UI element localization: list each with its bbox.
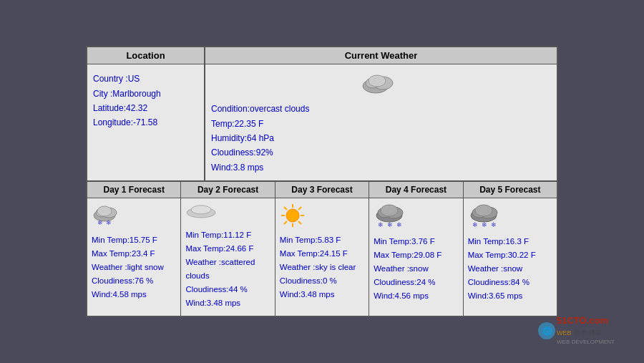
forecast-day-4: Day 4 Forecast ❄ ❄ ❄ (369, 182, 463, 316)
day2-cloud: Cloudiness:44 % (185, 283, 270, 296)
latitude-label: Latitude:42.32 (93, 101, 198, 115)
weather-widget: Location Country :US City :Marlborough L… (86, 46, 558, 317)
svg-text:WEB DEVELOPMENT: WEB DEVELOPMENT (557, 339, 615, 345)
day2-max: Max Temp:24.66 F (185, 242, 270, 256)
day3-weather: Weather :sky is clear (280, 261, 364, 274)
city-label: City :Marlborough (93, 87, 198, 101)
day3-cloud: Cloudiness:0 % (280, 274, 364, 288)
svg-point-3 (369, 75, 386, 87)
day4-header: Day 4 Forecast (369, 182, 462, 198)
svg-text:❄: ❄ (482, 221, 487, 228)
day4-wind: Wind:4.56 mps (374, 289, 458, 303)
country-label: Country :US (93, 72, 198, 86)
day1-text: Min Temp:15.75 F Max Temp:23.4 F Weather… (87, 232, 180, 307)
svg-text:51CTO.com: 51CTO.com (557, 315, 608, 326)
svg-point-7 (97, 206, 112, 216)
svg-line-20 (284, 221, 287, 224)
svg-point-24 (381, 205, 398, 216)
humidity-text: Humidity:64 hPa (211, 131, 309, 145)
day5-wind: Wind:3.65 mps (468, 289, 552, 303)
day3-wind: Wind:3.48 mps (280, 288, 364, 301)
day4-max: Max Temp:29.08 F (374, 248, 458, 262)
forecast-section: Day 1 Forecast ❄ ❄ (87, 182, 557, 316)
svg-text:❄: ❄ (106, 219, 112, 226)
current-weather-header: Current Weather (205, 47, 557, 64)
svg-line-19 (298, 207, 301, 210)
svg-text:❄: ❄ (472, 221, 478, 228)
day5-icon: ❄ ❄ ❄ (464, 198, 557, 233)
day2-text: Min Temp:11.12 F Max Temp:24.66 F Weathe… (181, 227, 274, 316)
svg-line-17 (284, 207, 287, 210)
condition-text: Condition:overcast clouds (211, 102, 309, 116)
svg-text:WEB: WEB (557, 329, 572, 337)
day1-weather: Weather :light snow (92, 261, 176, 274)
svg-text:技术·博客: 技术·博客 (573, 329, 602, 337)
day3-text: Min Temp:5.83 F Max Temp:24.15 F Weather… (275, 232, 369, 307)
forecast-day-2: Day 2 Forecast Min Temp:11.12 F Max Temp… (181, 182, 275, 316)
day5-header: Day 5 Forecast (464, 182, 557, 198)
day4-min: Min Temp:3.76 F (374, 235, 458, 248)
location-column: Location Country :US City :Marlborough L… (87, 47, 205, 180)
svg-text:❄: ❄ (97, 219, 103, 226)
cloudiness-text: Cloudiness:92% (211, 145, 309, 160)
snow-cloud-icon-1: ❄ ❄ (92, 221, 122, 231)
day1-wind: Wind:4.58 mps (92, 288, 176, 301)
day4-text: Min Temp:3.76 F Max Temp:29.08 F Weather… (369, 233, 462, 309)
svg-text:❄: ❄ (396, 221, 402, 228)
svg-point-12 (286, 209, 299, 222)
snow-cloud-icon-4: ❄ ❄ ❄ (374, 222, 406, 232)
day5-weather: Weather :snow (468, 262, 552, 276)
current-weather-column: Current Weather (205, 47, 557, 180)
day3-header: Day 3 Forecast (275, 182, 369, 198)
day2-icon (181, 198, 274, 227)
snow-cloud-icon-5: ❄ ❄ ❄ (468, 222, 501, 232)
location-header: Location (87, 47, 204, 64)
day3-min: Min Temp:5.83 F (280, 233, 364, 247)
day3-max: Max Temp:24.15 F (280, 247, 364, 261)
svg-text:🌐: 🌐 (542, 326, 552, 336)
longitude-label: Longitude:-71.58 (93, 115, 198, 130)
day5-min: Min Temp:16.3 F (468, 235, 552, 248)
temp-text: Temp:22.35 F (211, 117, 309, 131)
day1-max: Max Temp:23.4 F (92, 247, 176, 261)
watermark: 51CTO.com WEB 技术·博客 WEB DEVELOPMENT 🌐 (537, 311, 630, 349)
location-content: Country :US City :Marlborough Latitude:4… (87, 64, 204, 137)
forecast-day-5: Day 5 Forecast ❄ ❄ ❄ (464, 182, 557, 316)
forecast-day-3: Day 3 Forecast (275, 182, 369, 316)
day2-min: Min Temp:11.12 F (185, 228, 270, 242)
overcast-cloud-icon (361, 70, 401, 97)
day1-min: Min Temp:15.75 F (92, 233, 176, 247)
wind-text: Wind:3.8 mps (211, 160, 309, 175)
day3-icon (275, 198, 369, 232)
day2-wind: Wind:3.48 mps (185, 296, 270, 310)
forecast-day-1: Day 1 Forecast ❄ ❄ (87, 182, 181, 316)
day4-icon: ❄ ❄ ❄ (369, 198, 462, 233)
svg-text:❄: ❄ (378, 221, 384, 228)
day5-cloud: Cloudiness:84 % (468, 276, 552, 289)
day2-weather: Weather :scattered clouds (185, 256, 270, 283)
day5-text: Min Temp:16.3 F Max Temp:30.22 F Weather… (464, 233, 557, 309)
current-weather-text: Condition:overcast clouds Temp:22.35 F H… (211, 102, 309, 175)
current-weather-content: Condition:overcast clouds Temp:22.35 F H… (205, 64, 557, 180)
day1-icon: ❄ ❄ (87, 198, 180, 232)
svg-line-18 (298, 221, 301, 224)
day1-cloud: Cloudiness:76 % (92, 274, 176, 288)
day5-max: Max Temp:30.22 F (468, 248, 552, 262)
svg-text:❄: ❄ (491, 221, 497, 228)
sun-icon (280, 221, 306, 231)
day1-header: Day 1 Forecast (87, 182, 180, 198)
day4-cloud: Cloudiness:24 % (374, 276, 458, 289)
svg-text:❄: ❄ (387, 221, 393, 228)
svg-point-31 (475, 205, 492, 216)
svg-point-11 (191, 205, 211, 214)
current-weather-icon-area (211, 70, 551, 97)
top-section: Location Country :US City :Marlborough L… (87, 47, 557, 182)
day2-header: Day 2 Forecast (181, 182, 274, 198)
cloud-flat-icon (185, 210, 217, 221)
day4-weather: Weather :snow (374, 262, 458, 276)
